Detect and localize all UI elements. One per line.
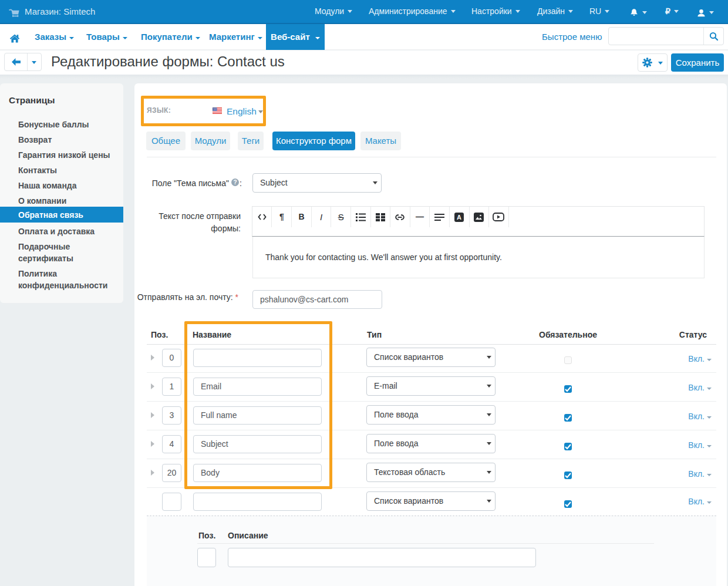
svg-text:A: A: [457, 214, 461, 221]
